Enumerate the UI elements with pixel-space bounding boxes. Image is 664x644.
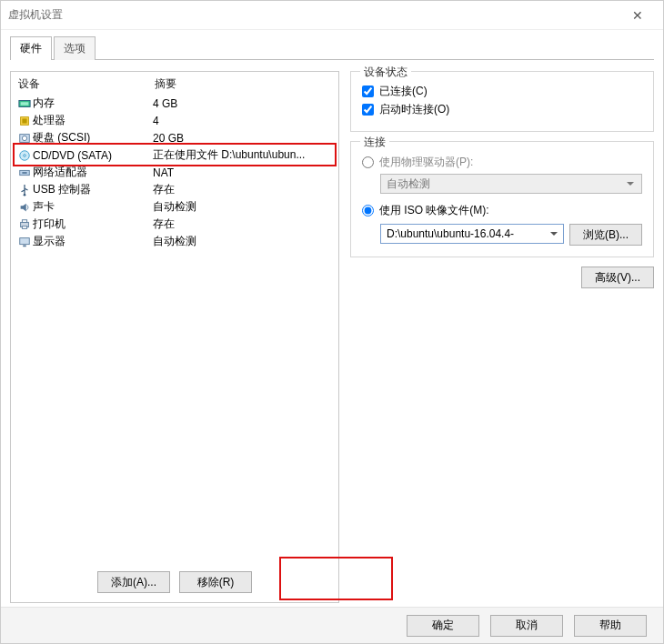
row-sound[interactable]: 声卡 自动检测: [11, 198, 338, 216]
row-summary: 4: [153, 115, 333, 127]
row-display[interactable]: 显示器 自动检测: [11, 233, 338, 250]
group-legend: 连接: [360, 135, 389, 150]
chk-connected[interactable]: 已连接(C): [362, 84, 642, 99]
row-usb[interactable]: USB 控制器 存在: [11, 181, 338, 198]
svg-rect-3: [22, 118, 26, 123]
group-connection: 连接 使用物理驱动器(P): 自动检测 使用 ISO 映像文件(M):: [350, 141, 654, 257]
row-label: CD/DVD (SATA): [33, 149, 153, 162]
radio-physical[interactable]: 使用物理驱动器(P):: [362, 155, 642, 170]
row-hard-disk[interactable]: 硬盘 (SCSI) 20 GB: [11, 129, 338, 146]
iso-row: D:\ubuntu\ubuntu-16.04.4- 浏览(B)...: [380, 224, 642, 246]
cancel-button[interactable]: 取消: [490, 615, 563, 637]
dialog-footer: 确定 取消 帮助: [1, 607, 663, 643]
svg-rect-12: [22, 219, 26, 222]
row-label: 内存: [33, 96, 153, 111]
display-icon: [16, 236, 33, 248]
chk-label: 启动时连接(O): [379, 102, 449, 117]
window-title: 虚拟机设置: [8, 7, 619, 23]
row-label: 打印机: [33, 216, 153, 232]
advanced-button[interactable]: 高级(V)...: [581, 267, 654, 288]
iso-path-value: D:\ubuntu\ubuntu-16.04.4-: [387, 227, 514, 240]
device-buttons: 添加(A)... 移除(R): [11, 571, 338, 593]
network-icon: [16, 166, 33, 179]
chk-connected-box[interactable]: [362, 86, 374, 97]
dialog-body: 设备 摘要 内存 4 GB 处理器 4: [1, 60, 663, 607]
physical-drive-select[interactable]: 自动检测: [380, 174, 642, 194]
device-list-header: 设备 摘要: [11, 72, 338, 95]
radio-iso[interactable]: 使用 ISO 映像文件(M):: [362, 203, 642, 218]
ok-button[interactable]: 确定: [407, 615, 479, 637]
tab-hardware[interactable]: 硬件: [10, 36, 52, 60]
svg-rect-13: [22, 226, 26, 228]
radio-physical-input[interactable]: [362, 156, 374, 168]
group-legend: 设备状态: [360, 65, 411, 80]
row-printer[interactable]: 打印机 存在: [11, 216, 338, 233]
cpu-icon: [16, 115, 33, 127]
row-summary: 存在: [153, 182, 333, 197]
svg-point-5: [22, 136, 26, 140]
svg-point-10: [24, 193, 26, 196]
dialog-content: 硬件 选项 设备 摘要 内存 4 GB: [1, 30, 663, 643]
printer-icon: [16, 218, 33, 231]
browse-button[interactable]: 浏览(B)...: [569, 224, 642, 246]
svg-rect-14: [20, 237, 30, 244]
group-device-status: 设备状态 已连接(C) 启动时连接(O): [350, 71, 654, 132]
usb-icon: [16, 184, 33, 196]
disk-icon: [16, 132, 33, 145]
row-label: USB 控制器: [33, 182, 153, 197]
settings-panel: 设备状态 已连接(C) 启动时连接(O) 连接 使用物理驱动器(P):: [350, 71, 654, 603]
row-summary: 自动检测: [153, 199, 333, 215]
device-panel: 设备 摘要 内存 4 GB 处理器 4: [10, 71, 339, 603]
row-cd-dvd[interactable]: CD/DVD (SATA) 正在使用文件 D:\ubuntu\ubun...: [11, 146, 338, 164]
row-summary: 20 GB: [153, 132, 333, 145]
add-button[interactable]: 添加(A)...: [97, 571, 170, 593]
device-list[interactable]: 内存 4 GB 处理器 4 硬盘 (SCSI) 20 GB: [11, 95, 338, 602]
chk-connect-at-boot[interactable]: 启动时连接(O): [362, 102, 642, 117]
sound-icon: [16, 201, 33, 214]
chk-label: 已连接(C): [379, 84, 428, 99]
tab-options[interactable]: 选项: [54, 36, 96, 60]
chk-connect-at-boot-box[interactable]: [362, 104, 374, 116]
row-cpu[interactable]: 处理器 4: [11, 112, 338, 129]
row-label: 处理器: [33, 113, 153, 128]
row-network[interactable]: 网络适配器 NAT: [11, 164, 338, 181]
tab-strip: 硬件 选项: [1, 35, 663, 59]
row-summary: 存在: [153, 216, 333, 232]
select-value: 自动检测: [387, 176, 430, 192]
row-summary: 4 GB: [153, 97, 333, 110]
row-summary: NAT: [153, 166, 333, 179]
cd-icon: [16, 149, 33, 162]
row-label: 声卡: [33, 199, 153, 215]
col-summary: 摘要: [155, 76, 331, 92]
vm-settings-window: 虚拟机设置 ✕ 硬件 选项 设备 摘要 内存 4 GB: [0, 0, 664, 644]
title-bar: 虚拟机设置 ✕: [1, 1, 663, 30]
radio-label: 使用 ISO 映像文件(M):: [379, 203, 489, 218]
radio-iso-input[interactable]: [362, 205, 374, 216]
col-device: 设备: [18, 76, 155, 92]
svg-rect-15: [23, 245, 26, 247]
svg-rect-1: [21, 102, 29, 106]
radio-label: 使用物理驱动器(P):: [379, 155, 473, 170]
remove-button[interactable]: 移除(R): [179, 571, 252, 593]
advanced-row: 高级(V)...: [350, 267, 654, 288]
row-label: 显示器: [33, 234, 153, 249]
iso-path-input[interactable]: D:\ubuntu\ubuntu-16.04.4-: [380, 224, 564, 244]
row-summary: 正在使用文件 D:\ubuntu\ubun...: [153, 147, 333, 163]
svg-point-7: [24, 154, 26, 156]
row-summary: 自动检测: [153, 234, 333, 249]
help-button[interactable]: 帮助: [574, 615, 647, 637]
row-label: 硬盘 (SCSI): [33, 130, 153, 146]
close-button[interactable]: ✕: [619, 8, 656, 23]
row-label: 网络适配器: [33, 165, 153, 180]
svg-rect-9: [22, 172, 26, 174]
memory-icon: [16, 97, 33, 110]
row-memory[interactable]: 内存 4 GB: [11, 95, 338, 112]
